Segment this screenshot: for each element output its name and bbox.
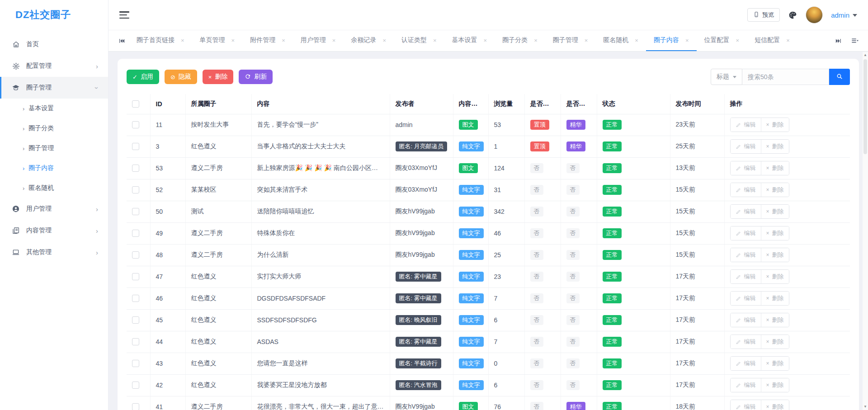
tab-12[interactable]: 短信配置× bbox=[747, 30, 797, 51]
tab-0[interactable]: 圈子首页链接× bbox=[129, 30, 192, 51]
sidebar-item-5[interactable]: 其他管理› bbox=[0, 241, 108, 263]
row-checkbox[interactable] bbox=[132, 338, 139, 345]
tab-10[interactable]: 圈子内容× bbox=[646, 30, 697, 51]
enable-button[interactable]: ✓启用 bbox=[127, 70, 159, 84]
content-text: SSDFSDFSDFSDFG bbox=[257, 316, 317, 324]
row-checkbox[interactable] bbox=[132, 251, 139, 259]
edit-button[interactable]: 编辑 bbox=[731, 335, 761, 349]
scroll-up-icon[interactable]: ▲ bbox=[863, 53, 867, 57]
tabs-scroll-left-icon[interactable] bbox=[115, 30, 129, 51]
row-checkbox[interactable] bbox=[132, 273, 139, 280]
sidebar-item-3[interactable]: 用户管理› bbox=[0, 198, 108, 220]
tab-11[interactable]: 位置配置× bbox=[697, 30, 747, 51]
tabs-scroll-right-icon[interactable] bbox=[835, 38, 842, 44]
theme-palette-icon[interactable] bbox=[788, 10, 797, 20]
preview-button[interactable]: 预览 bbox=[747, 8, 780, 22]
delete-row-button[interactable]: ×删除 bbox=[761, 140, 789, 153]
sidebar-item-0[interactable]: 首页 bbox=[0, 33, 108, 55]
tab-8[interactable]: 圈子管理× bbox=[545, 30, 596, 51]
row-checkbox[interactable] bbox=[132, 295, 139, 302]
delete-row-button[interactable]: ×删除 bbox=[761, 313, 789, 327]
sidebar-subitem-3[interactable]: ›圈子内容 bbox=[0, 158, 108, 178]
close-icon[interactable]: × bbox=[635, 38, 638, 43]
row-checkbox[interactable] bbox=[132, 403, 139, 410]
edit-button[interactable]: 编辑 bbox=[731, 226, 761, 240]
tab-5[interactable]: 认证类型× bbox=[394, 30, 444, 51]
row-checkbox[interactable] bbox=[132, 186, 139, 193]
edit-button[interactable]: 编辑 bbox=[731, 118, 761, 132]
row-checkbox[interactable] bbox=[132, 143, 139, 150]
user-menu[interactable]: admin bbox=[831, 11, 857, 19]
close-icon[interactable]: × bbox=[332, 38, 336, 43]
sidebar-subitem-1[interactable]: ›圈子分类 bbox=[0, 118, 108, 138]
tab-7[interactable]: 圈子分类× bbox=[495, 30, 545, 51]
delete-row-button[interactable]: ×删除 bbox=[761, 270, 789, 283]
delete-row-button[interactable]: ×删除 bbox=[761, 118, 789, 132]
delete-row-button[interactable]: ×删除 bbox=[761, 161, 789, 175]
row-checkbox[interactable] bbox=[132, 360, 139, 367]
hamburger-menu-icon[interactable] bbox=[119, 11, 129, 19]
edit-button[interactable]: 编辑 bbox=[731, 161, 761, 175]
close-icon[interactable]: × bbox=[433, 38, 437, 43]
vertical-scrollbar[interactable]: ▲ ▼ bbox=[863, 52, 868, 410]
close-icon[interactable]: × bbox=[786, 38, 790, 43]
close-icon[interactable]: × bbox=[736, 38, 740, 43]
edit-button[interactable]: 编辑 bbox=[731, 270, 761, 283]
edit-button[interactable]: 编辑 bbox=[731, 183, 761, 197]
row-checkbox[interactable] bbox=[132, 165, 139, 172]
edit-button[interactable]: 编辑 bbox=[731, 313, 761, 327]
tab-1[interactable]: 单页管理× bbox=[192, 30, 243, 51]
edit-button[interactable]: 编辑 bbox=[731, 400, 761, 410]
delete-row-button[interactable]: ×删除 bbox=[761, 205, 789, 218]
delete-row-button[interactable]: ×删除 bbox=[761, 292, 789, 305]
delete-row-button[interactable]: ×删除 bbox=[761, 335, 789, 349]
sidebar-subitem-0[interactable]: ›基本设置 bbox=[0, 99, 108, 118]
close-icon[interactable]: × bbox=[231, 38, 235, 43]
edit-button[interactable]: 编辑 bbox=[731, 357, 761, 370]
tab-6[interactable]: 基本设置× bbox=[444, 30, 495, 51]
edit-button[interactable]: 编辑 bbox=[731, 248, 761, 262]
sidebar-subitem-2[interactable]: ›圈子管理 bbox=[0, 138, 108, 158]
sidebar-item-2[interactable]: 圈子管理› bbox=[0, 77, 108, 99]
search-button[interactable] bbox=[829, 69, 850, 85]
scrollbar-thumb[interactable] bbox=[863, 59, 867, 154]
delete-row-button[interactable]: ×删除 bbox=[761, 378, 789, 392]
row-checkbox[interactable] bbox=[132, 230, 139, 237]
close-icon[interactable]: × bbox=[282, 38, 285, 43]
row-checkbox[interactable] bbox=[132, 382, 139, 389]
select-all-checkbox[interactable] bbox=[132, 100, 139, 108]
sidebar-item-4[interactable]: 内容管理› bbox=[0, 220, 108, 241]
close-icon[interactable]: × bbox=[382, 38, 386, 43]
close-icon[interactable]: × bbox=[685, 38, 689, 43]
edit-button[interactable]: 编辑 bbox=[731, 140, 761, 153]
delete-row-button[interactable]: ×删除 bbox=[761, 226, 789, 240]
edit-button[interactable]: 编辑 bbox=[731, 378, 761, 392]
row-checkbox[interactable] bbox=[132, 208, 139, 215]
delete-row-button[interactable]: ×删除 bbox=[761, 183, 789, 197]
tab-4[interactable]: 余额记录× bbox=[343, 30, 394, 51]
close-icon[interactable]: × bbox=[585, 38, 588, 43]
row-checkbox[interactable] bbox=[132, 121, 139, 128]
refresh-button[interactable]: 刷新 bbox=[239, 70, 273, 84]
tabs-options-icon[interactable] bbox=[851, 37, 859, 44]
tab-2[interactable]: 附件管理× bbox=[242, 30, 293, 51]
close-icon[interactable]: × bbox=[181, 38, 184, 43]
close-icon[interactable]: × bbox=[534, 38, 538, 43]
tab-9[interactable]: 匿名随机× bbox=[595, 30, 646, 51]
tab-3[interactable]: 用户管理× bbox=[293, 30, 344, 51]
delete-row-button[interactable]: ×删除 bbox=[761, 248, 789, 262]
delete-row-button[interactable]: ×删除 bbox=[761, 400, 789, 410]
row-checkbox[interactable] bbox=[132, 316, 139, 324]
close-icon[interactable]: × bbox=[484, 38, 487, 43]
scroll-down-icon[interactable]: ▼ bbox=[863, 405, 867, 409]
delete-button[interactable]: ×删除 bbox=[203, 70, 234, 84]
sidebar-subitem-4[interactable]: ›匿名随机 bbox=[0, 178, 108, 198]
search-field-select[interactable]: 标题 bbox=[711, 69, 742, 85]
user-avatar[interactable] bbox=[806, 6, 823, 24]
edit-button[interactable]: 编辑 bbox=[731, 292, 761, 305]
edit-button[interactable]: 编辑 bbox=[731, 205, 761, 218]
sidebar-item-1[interactable]: 配置管理› bbox=[0, 55, 108, 77]
hide-button[interactable]: ⊘隐藏 bbox=[165, 70, 197, 84]
delete-row-button[interactable]: ×删除 bbox=[761, 357, 789, 370]
search-input[interactable] bbox=[742, 69, 829, 85]
